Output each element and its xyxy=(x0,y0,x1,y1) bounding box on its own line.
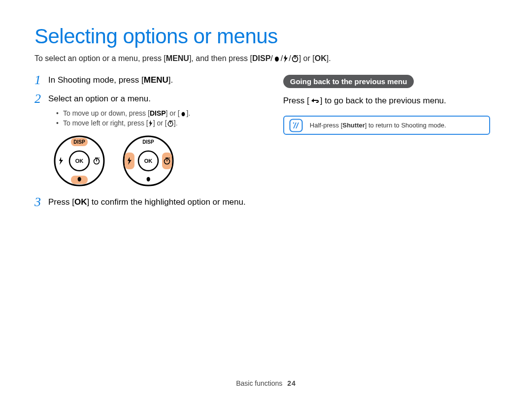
step-2-text: Select an option or a menu. xyxy=(48,93,151,105)
page-footer: Basic functions 24 xyxy=(0,379,532,387)
menu-label: MENU xyxy=(166,54,189,62)
right-body: Press [] to go back to the previous menu… xyxy=(283,96,498,106)
note-icon xyxy=(289,119,303,132)
disp-up: DISP xyxy=(142,139,154,145)
step-3-text: Press [OK] to confirm the highlighted op… xyxy=(48,197,246,208)
step-1: 1 In Shooting mode, press [MENU]. xyxy=(34,75,268,87)
bullet-up-down: To move up or down, press [DISP] or []. xyxy=(56,109,268,117)
macro-icon xyxy=(273,56,281,62)
ok-label: OK xyxy=(74,197,87,207)
dial-diagram-horizontal: OK DISP xyxy=(121,134,175,188)
timer-icon xyxy=(167,120,174,127)
step-2-bullets: To move up or down, press [DISP] or []. … xyxy=(56,109,268,127)
intro-text-3: ] or [ xyxy=(299,54,315,62)
svg-rect-24 xyxy=(290,119,302,131)
dial-diagram-vertical: OK DISP xyxy=(52,134,106,188)
intro-text-4: ]. xyxy=(327,54,331,62)
diagram-row: OK DISP xyxy=(52,134,268,188)
shutter-label: Shutter xyxy=(342,122,365,129)
manual-page: Selecting options or menus To select an … xyxy=(0,0,532,401)
intro-text-1: To select an option or a menu, press [ xyxy=(34,54,166,62)
intro-line: To select an option or a menu, press [ME… xyxy=(34,54,498,63)
svg-line-15 xyxy=(99,158,100,159)
svg-line-7 xyxy=(172,121,172,121)
intro-text-2: ], and then press [ xyxy=(189,54,252,62)
step-1-text: In Shooting mode, press [MENU]. xyxy=(48,75,173,86)
svg-line-3 xyxy=(297,56,298,57)
left-column: 1 In Shooting mode, press [MENU]. 2 Sele… xyxy=(34,75,268,216)
right-column: Going back to the previous menu Press []… xyxy=(283,75,498,216)
step-1-number: 1 xyxy=(34,74,48,87)
page-title: Selecting options or menus xyxy=(34,25,498,48)
back-icon xyxy=(309,97,320,105)
flash-icon xyxy=(283,55,289,62)
bullet-left-right: To move left or right, press [] or []. xyxy=(56,119,268,127)
flash-icon xyxy=(148,120,153,127)
menu-label: MENU xyxy=(144,75,168,85)
macro-icon xyxy=(180,111,187,117)
step-3: 3 Press [OK] to confirm the highlighted … xyxy=(34,197,268,209)
disp-up: DISP xyxy=(73,139,85,145)
footer-page: 24 xyxy=(287,379,296,387)
svg-line-23 xyxy=(169,158,170,159)
columns: 1 In Shooting mode, press [MENU]. 2 Sele… xyxy=(34,75,498,216)
svg-point-25 xyxy=(293,122,294,123)
ok-center: OK xyxy=(144,158,153,164)
timer-icon xyxy=(291,55,299,62)
disp-label: DISP xyxy=(150,109,166,117)
pill-heading: Going back to the previous menu xyxy=(283,75,414,88)
step-3-number: 3 xyxy=(34,196,48,209)
footer-section: Basic functions xyxy=(236,379,282,387)
ok-label: OK xyxy=(315,54,327,62)
step-2: 2 Select an option or a menu. To move up… xyxy=(34,93,268,188)
note-box: Half-press [Shutter] to return to Shooti… xyxy=(283,116,490,135)
step-2-number: 2 xyxy=(34,93,48,105)
ok-center: OK xyxy=(75,158,84,164)
disp-label: DISP xyxy=(252,54,270,62)
